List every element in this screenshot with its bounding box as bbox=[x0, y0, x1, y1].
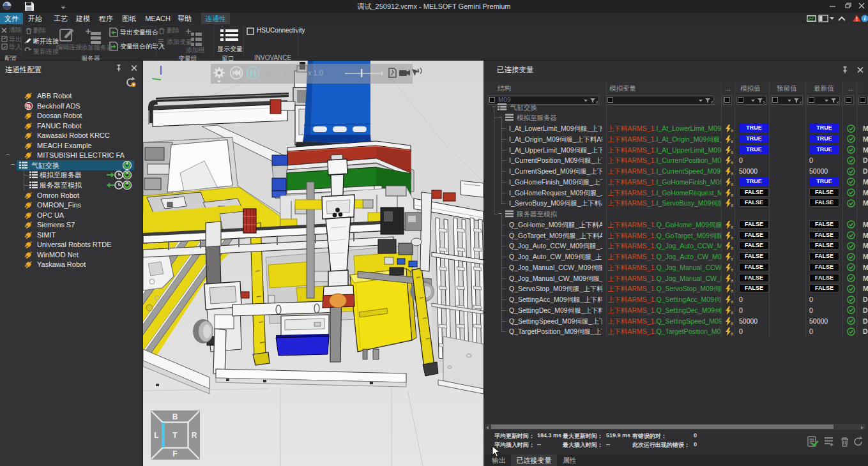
svg-text:B: B bbox=[731, 322, 734, 326]
svg-text:B: B bbox=[731, 236, 734, 240]
svg-text:B: B bbox=[731, 140, 734, 144]
svg-text:B: B bbox=[731, 193, 734, 197]
svg-text:B: B bbox=[731, 289, 734, 293]
svg-text:B: B bbox=[731, 204, 734, 207]
svg-text:B: B bbox=[731, 183, 734, 186]
svg-text:B: B bbox=[731, 332, 734, 336]
svg-text:B: B bbox=[731, 257, 734, 261]
svg-text:R: R bbox=[192, 431, 197, 440]
svg-text:T: T bbox=[172, 431, 178, 440]
svg-text:B: B bbox=[731, 268, 734, 272]
svg-text:B: B bbox=[172, 412, 178, 421]
svg-text:B: B bbox=[731, 279, 734, 283]
svg-text:F: F bbox=[172, 449, 177, 458]
svg-text:B: B bbox=[731, 161, 734, 165]
svg-text:B: B bbox=[731, 151, 734, 154]
svg-text:B: B bbox=[731, 300, 734, 304]
svg-text:B: B bbox=[731, 172, 734, 176]
svg-text:0:04:32: 0:04:32 bbox=[263, 68, 291, 78]
svg-text:x 1.0: x 1.0 bbox=[308, 69, 323, 77]
svg-text:B: B bbox=[731, 225, 734, 229]
svg-text:L: L bbox=[154, 431, 158, 440]
svg-text:B: B bbox=[731, 129, 734, 133]
svg-text:B: B bbox=[731, 311, 734, 315]
svg-text:B: B bbox=[731, 246, 734, 250]
